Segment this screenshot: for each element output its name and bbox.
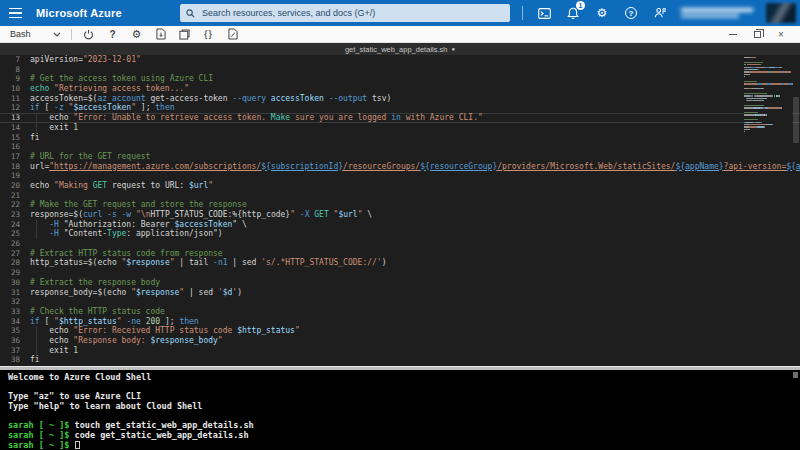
shell-selector[interactable]: Bash [6, 29, 61, 39]
code-line[interactable]: 18url="https://management.azure.com/subs… [0, 162, 800, 172]
terminal-scrollbar[interactable] [793, 372, 798, 378]
code-line[interactable]: 16 [0, 142, 800, 152]
terminal-prompt: sarah [ ~ ]$ [8, 440, 69, 450]
cloud-shell-icon[interactable] [536, 5, 552, 21]
azure-top-bar: Microsoft Azure Copilot [0, 0, 800, 26]
code-line[interactable]: 37 exit 1 [0, 346, 800, 356]
feedback-icon[interactable] [652, 5, 668, 21]
code-lines: 7apiVersion="2023-12-01"89# Get the acce… [0, 55, 800, 365]
avatar[interactable] [766, 3, 796, 23]
chevron-down-icon [53, 32, 61, 37]
restart-shell-icon[interactable] [82, 27, 96, 41]
code-line[interactable]: 11accessToken=$(az account get-access-to… [0, 94, 800, 104]
code-line[interactable]: 38fi [0, 355, 800, 365]
code-line[interactable]: 14 exit 1 [0, 123, 800, 133]
cloud-shell-window: Microsoft Azure Copilot [0, 0, 800, 450]
shell-selector-label: Bash [10, 29, 31, 39]
editor-tab-filename[interactable]: get_static_web_app_details.sh [345, 45, 448, 54]
cloud-shell-toolbar: Bash ? ⚙ [0, 26, 800, 43]
unsaved-changes-dot: ● [451, 46, 455, 52]
terminal-line: Welcome to Azure Cloud Shell [8, 373, 800, 383]
code-line[interactable]: 10echo "Retrieving access token..." [0, 84, 800, 94]
search-input[interactable] [200, 7, 504, 19]
window-controls: × [728, 29, 794, 39]
code-line[interactable]: 12if [ -z "$accessToken" ]; then [0, 103, 800, 113]
code-line[interactable]: 34if [ "$http_status" -ne 200 ]; then [0, 317, 800, 327]
code-line[interactable]: 35 echo "Error: Received HTTP status cod… [0, 326, 800, 336]
terminal[interactable]: Welcome to Azure Cloud ShellType "az" to… [0, 370, 800, 450]
azure-logo: Microsoft Azure [36, 7, 122, 19]
code-line[interactable]: 9# Get the access token using Azure CLI [0, 74, 800, 84]
hamburger-menu-icon[interactable] [0, 0, 30, 26]
new-session-icon[interactable] [178, 27, 192, 41]
code-line[interactable]: 28http_status=$(echo "$response" | tail … [0, 258, 800, 268]
terminal-line: sarah [ ~ ]$ code get_static_web_app_det… [8, 431, 800, 441]
code-line[interactable]: 27# Extract HTTP status code from respon… [0, 249, 800, 259]
settings-gear-icon[interactable]: ⚙ [130, 27, 144, 41]
editor-tab-bar: get_static_web_app_details.sh ● [0, 43, 800, 55]
code-line[interactable]: 25 -H "Content-Type: application/json") [0, 229, 800, 239]
settings-gear-icon[interactable]: ⚙ [594, 5, 610, 21]
code-line[interactable]: 31response_body=$(echo "$response" | sed… [0, 288, 800, 298]
code-line[interactable]: 26 [0, 239, 800, 249]
code-line[interactable]: 13 echo "Error: Unable to retrieve acces… [0, 113, 800, 123]
code-line[interactable]: 33# Check the HTTP status code [0, 307, 800, 317]
minimize-button[interactable] [728, 29, 738, 39]
account-info-redacted[interactable] [681, 8, 753, 18]
global-search[interactable] [180, 4, 510, 22]
terminal-cursor [75, 441, 80, 449]
code-line[interactable]: 21 [0, 191, 800, 201]
code-line[interactable]: 29 [0, 268, 800, 278]
restore-button[interactable] [752, 29, 762, 39]
code-line[interactable]: 24 -H "Authorization: Bearer $accessToke… [0, 220, 800, 230]
terminal-line: Type "help" to learn about Cloud Shell [8, 402, 800, 412]
vertical-scrollbar[interactable] [793, 97, 799, 143]
code-line[interactable]: 32 [0, 297, 800, 307]
code-line[interactable]: 30# Extract the response body [0, 278, 800, 288]
open-editor-icon[interactable]: {} [202, 27, 216, 41]
terminal-prompt: sarah [ ~ ]$ [8, 430, 69, 440]
help-icon[interactable]: ? [106, 27, 120, 41]
code-line[interactable]: 22# Make the GET request and store the r… [0, 200, 800, 210]
code-line[interactable]: 20echo "Making GET request to URL: $url" [0, 181, 800, 191]
web-preview-icon[interactable] [226, 27, 240, 41]
terminal-line: sarah [ ~ ]$ [8, 441, 800, 450]
notification-badge: 1 [576, 1, 585, 10]
code-line[interactable]: 17# URL for the GET request [0, 152, 800, 162]
help-icon[interactable]: ? [623, 5, 639, 21]
minimap[interactable] [744, 55, 792, 134]
code-line[interactable]: 36 echo "Response body: $response_body" [0, 336, 800, 346]
code-line[interactable]: 19 [0, 171, 800, 181]
terminal-lines: Welcome to Azure Cloud ShellType "az" to… [8, 373, 800, 450]
code-line[interactable]: 23response=$(curl -s -w "\nHTTP_STATUS_C… [0, 210, 800, 220]
code-line[interactable]: 7apiVersion="2023-12-01" [0, 55, 800, 65]
code-line[interactable]: 15fi [0, 133, 800, 143]
notifications-bell-icon[interactable]: 1 [565, 5, 581, 21]
terminal-prompt: sarah [ ~ ]$ [8, 420, 69, 430]
close-button[interactable]: × [776, 29, 786, 39]
code-line[interactable]: 8 [0, 65, 800, 75]
divider [71, 29, 72, 40]
code-editor[interactable]: 7apiVersion="2023-12-01"89# Get the acce… [0, 55, 800, 366]
divider [522, 6, 523, 20]
search-icon [186, 9, 195, 18]
upload-download-files-icon[interactable] [154, 27, 168, 41]
